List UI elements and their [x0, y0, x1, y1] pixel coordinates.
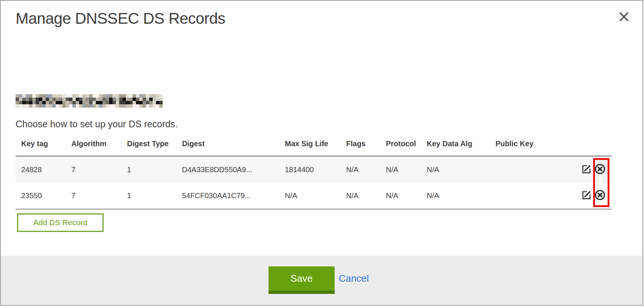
col-key-data-alg: Key Data Alg — [421, 134, 490, 156]
cell-key-tag: 23550 — [16, 183, 66, 209]
cell-protocol: N/A — [380, 156, 421, 183]
cell-digest-type: 1 — [121, 183, 176, 209]
row-actions — [580, 183, 612, 209]
cell-key-tag: 24828 — [16, 156, 66, 183]
cell-public-key — [490, 183, 580, 209]
cell-digest: 54FCF030AA1C79... — [176, 183, 279, 209]
col-max-sig-life: Max Sig Life — [279, 134, 341, 156]
delete-circle-x-icon — [595, 164, 605, 174]
subtitle: Choose how to set up your DS records. — [16, 119, 178, 130]
cell-key-data-alg: N/A — [421, 183, 490, 209]
cell-flags: N/A — [341, 156, 380, 183]
col-public-key: Public Key — [490, 134, 580, 156]
cell-algorithm: 7 — [66, 156, 121, 183]
cell-digest: D4A33E8DD550A9... — [176, 156, 279, 183]
col-protocol: Protocol — [380, 134, 421, 156]
delete-record-button[interactable] — [595, 190, 605, 201]
cell-max-sig-life: 1814400 — [279, 156, 341, 183]
add-ds-record-button[interactable]: Add DS Record — [17, 213, 104, 232]
edit-icon — [582, 164, 592, 174]
delete-circle-x-icon — [595, 190, 605, 200]
edit-record-button[interactable] — [582, 190, 592, 201]
cell-key-data-alg: N/A — [421, 156, 490, 183]
close-button[interactable] — [618, 11, 630, 23]
col-digest: Digest — [176, 134, 279, 156]
domain-name-redacted — [16, 94, 163, 108]
modal-footer: Save Cancel — [1, 256, 643, 305]
close-icon — [618, 11, 630, 22]
cancel-link[interactable]: Cancel — [339, 273, 369, 284]
col-digest-type: Digest Type — [121, 134, 176, 156]
page-title: Manage DNSSEC DS Records — [16, 10, 225, 27]
col-algorithm: Algorithm — [66, 134, 121, 156]
cell-public-key — [490, 156, 580, 183]
cell-max-sig-life: N/A — [279, 183, 341, 209]
col-key-tag: Key tag — [16, 134, 66, 156]
table-row: 23550 7 1 54FCF030AA1C79... N/A N/A N/A … — [16, 183, 612, 209]
table-header-row: Key tag Algorithm Digest Type Digest Max… — [16, 134, 612, 156]
edit-record-button[interactable] — [582, 164, 592, 175]
dnssec-modal: Manage DNSSEC DS Records Choose how to s… — [0, 0, 643, 306]
col-flags: Flags — [341, 134, 380, 156]
edit-icon — [582, 190, 592, 200]
cell-digest-type: 1 — [121, 156, 176, 183]
ds-records-table: Key tag Algorithm Digest Type Digest Max… — [16, 134, 612, 210]
col-actions — [580, 134, 612, 156]
save-button[interactable]: Save — [269, 266, 335, 294]
cell-algorithm: 7 — [66, 183, 121, 209]
row-actions — [580, 156, 612, 183]
cell-protocol: N/A — [380, 183, 421, 209]
cell-flags: N/A — [341, 183, 380, 209]
table-row: 24828 7 1 D4A33E8DD550A9... 1814400 N/A … — [16, 156, 612, 183]
delete-record-button[interactable] — [595, 164, 605, 176]
